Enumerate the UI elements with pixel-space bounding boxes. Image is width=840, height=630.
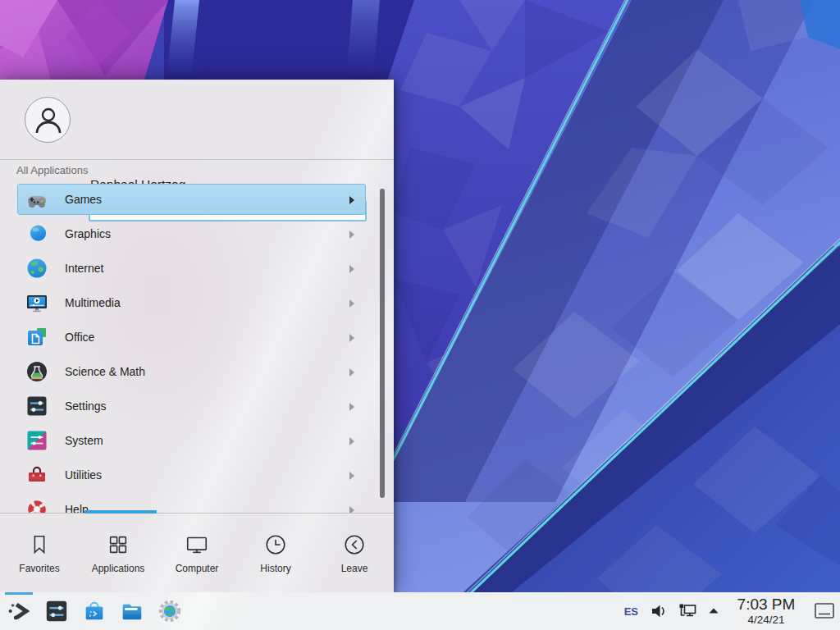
submenu-arrow-icon [349,196,354,204]
category-settings[interactable]: Settings [17,390,366,422]
application-launcher-menu: Raphael Hertzog All Applications Games [0,80,394,592]
browser-globe-gear-icon [158,599,182,623]
file-manager-button[interactable] [113,592,151,630]
utilities-icon [25,463,48,486]
tab-computer[interactable]: Computer [158,514,236,592]
web-browser-button[interactable] [151,592,189,630]
submenu-arrow-icon [349,506,354,513]
applications-icon [106,532,130,557]
launcher-active-indicator [5,592,33,595]
tab-label: History [260,563,290,574]
folder-icon [120,599,144,623]
submenu-arrow-icon [349,231,354,239]
category-label: Office [65,331,94,344]
system-icon [25,429,48,452]
games-icon [25,188,48,211]
discover-icon [82,599,107,623]
tab-label: Applications [92,563,145,574]
leave-icon [342,532,367,557]
expand-tray-caret[interactable] [707,605,720,618]
category-system[interactable]: System [17,425,366,456]
category-label: Settings [65,399,107,413]
category-label: Multimedia [65,296,121,309]
tab-favorites[interactable]: Favorites [0,514,79,592]
category-label: Science & Math [65,365,145,378]
category-list-scrollbar[interactable] [380,189,385,498]
tab-label: Leave [341,563,368,574]
submenu-arrow-icon [349,472,354,480]
tab-label: Computer [176,563,219,574]
discover-button[interactable] [75,592,113,630]
user-icon [34,105,63,136]
office-icon [25,326,48,349]
clock-time: 7:03 PM [730,596,802,612]
application-launcher-button[interactable] [0,592,38,630]
keyboard-layout-indicator[interactable]: ES [624,605,638,618]
computer-icon [185,532,209,557]
network-icon[interactable] [678,602,697,620]
category-multimedia[interactable]: Multimedia [17,287,366,318]
category-science-math[interactable]: Science & Math [17,356,366,387]
clock-date: 4/24/21 [730,614,802,626]
history-icon [263,532,288,557]
settings-icon [25,395,48,418]
category-list: Games Graphics [0,180,394,513]
system-tray: ES [624,592,840,630]
submenu-arrow-icon [349,368,354,377]
show-desktop-icon [814,602,835,620]
favorites-icon [27,532,52,557]
desktop: Raphael Hertzog All Applications Games [0,0,840,630]
category-internet[interactable]: Internet [17,253,366,284]
show-desktop-button[interactable] [810,592,838,630]
submenu-arrow-icon [349,334,354,342]
category-label: Internet [65,262,103,275]
category-games[interactable]: Games [17,184,366,215]
graphics-icon [25,222,48,245]
category-utilities[interactable]: Utilities [17,459,366,491]
multimedia-icon [25,291,48,314]
science-icon [25,360,48,383]
internet-icon [25,257,48,280]
tab-label: Favorites [19,563,59,574]
volume-icon[interactable] [650,602,668,620]
taskbar-panel: ES [0,592,840,630]
category-label: Games [65,193,102,206]
tab-leave[interactable]: Leave [315,514,394,592]
category-label: Utilities [65,468,102,482]
section-label: All Applications [16,164,88,176]
kicker-icon [7,599,31,623]
system-settings-icon [44,599,69,623]
submenu-arrow-icon [349,265,354,273]
user-avatar [25,97,71,143]
submenu-arrow-icon [349,403,354,411]
header-separator [0,159,394,160]
tab-applications[interactable]: Applications [79,514,158,592]
category-label: Graphics [65,227,111,240]
category-office[interactable]: Office [17,322,366,353]
submenu-arrow-icon [349,437,354,445]
panel-launchers [0,592,189,630]
system-settings-button[interactable] [38,592,75,630]
digital-clock[interactable]: 7:03 PM 4/24/21 [730,596,802,626]
kickoff-tabbar: Favorites Applications C [0,514,394,592]
help-icon [25,498,48,513]
category-graphics[interactable]: Graphics [17,218,366,249]
category-help[interactable]: Help [17,494,366,513]
submenu-arrow-icon [349,299,354,308]
tab-history[interactable]: History [236,514,315,592]
category-label: System [65,434,103,447]
